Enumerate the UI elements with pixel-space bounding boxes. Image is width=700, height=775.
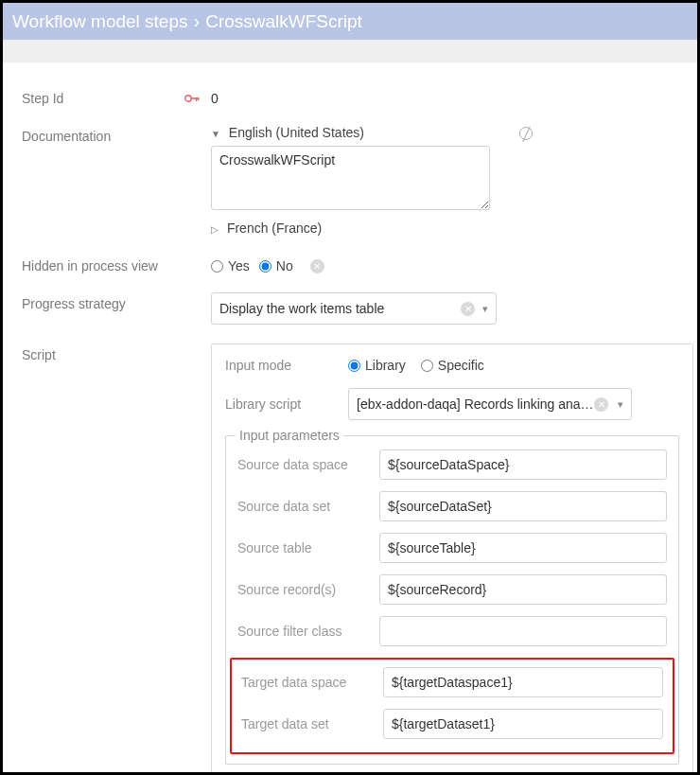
target-data-set-input[interactable] <box>383 709 663 739</box>
input-mode-library-radio[interactable]: Library <box>348 358 406 373</box>
hidden-yes-radio[interactable]: Yes <box>211 258 250 273</box>
clear-icon[interactable]: ✕ <box>461 302 475 316</box>
source-table-input[interactable] <box>379 533 667 563</box>
label-script: Script <box>22 343 184 362</box>
source-records-input[interactable] <box>379 574 667 605</box>
expand-icon[interactable]: ▷ <box>211 224 219 235</box>
svg-point-0 <box>185 96 191 101</box>
null-icon[interactable] <box>519 127 533 140</box>
input-mode-specific-radio[interactable]: Specific <box>421 358 484 373</box>
svg-rect-2 <box>196 97 197 101</box>
breadcrumb: Workflow model steps › CrosswalkWFScript <box>3 3 697 40</box>
target-data-space-input[interactable] <box>383 667 663 697</box>
label-step-id: Step Id <box>22 87 184 106</box>
lang-french-label: French (France) <box>227 220 322 236</box>
step-id-value: 0 <box>211 87 678 106</box>
documentation-en-input[interactable] <box>211 146 490 210</box>
label-library-script: Library script <box>225 396 348 412</box>
label-documentation: Documentation <box>22 125 184 144</box>
source-filter-input[interactable] <box>379 616 667 646</box>
clear-icon[interactable]: ✕ <box>594 397 608 412</box>
label-hidden: Hidden in process view <box>22 255 184 273</box>
clear-icon[interactable]: ✕ <box>310 259 324 273</box>
svg-rect-1 <box>191 97 199 99</box>
highlighted-target-box: Target data space Target data set <box>230 658 674 754</box>
script-panel: Input mode Library Specific Library scri… <box>211 343 693 772</box>
lang-english-label: English (United States) <box>229 125 364 140</box>
toolbar-strip <box>3 40 697 62</box>
input-params-legend: Input parameters <box>236 428 343 443</box>
label-progress: Progress strategy <box>22 292 184 311</box>
key-icon <box>184 91 200 100</box>
label-source-table: Source table <box>237 540 379 555</box>
hidden-no-radio[interactable]: No <box>259 258 293 273</box>
source-data-space-input[interactable] <box>379 449 667 480</box>
chevron-right-icon: › <box>194 10 201 32</box>
collapse-icon[interactable]: ▼ <box>211 129 220 139</box>
label-source-filter: Source filter class <box>237 624 379 639</box>
label-source-records: Source record(s) <box>237 582 379 597</box>
label-target-data-space: Target data space <box>241 675 383 690</box>
label-input-mode: Input mode <box>225 358 348 373</box>
chevron-down-icon: ▾ <box>482 303 488 315</box>
svg-rect-3 <box>198 97 199 100</box>
breadcrumb-current: CrosswalkWFScript <box>205 11 362 32</box>
label-source-data-space: Source data space <box>237 457 379 472</box>
output-params-legend: Output parameters <box>236 770 354 772</box>
progress-strategy-select[interactable]: Display the work items table ✕ ▾ <box>211 292 497 325</box>
label-target-data-set: Target data set <box>241 716 383 731</box>
library-script-select[interactable]: [ebx-addon-daqa] Records linking analysi… <box>348 388 632 420</box>
input-parameters-fieldset: Input parameters Source data space Sourc… <box>225 435 679 765</box>
source-data-set-input[interactable] <box>379 491 667 521</box>
breadcrumb-parent[interactable]: Workflow model steps <box>12 11 188 32</box>
label-source-data-set: Source data set <box>237 499 379 514</box>
chevron-down-icon: ▾ <box>618 398 623 411</box>
